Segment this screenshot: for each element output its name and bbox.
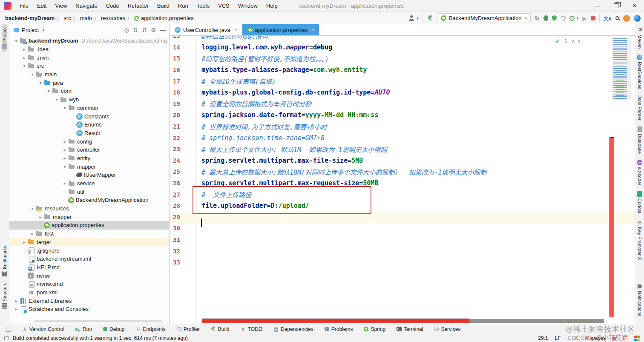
close-button[interactable]: ✕ xyxy=(625,0,644,12)
toolwindow-endpoints[interactable]: ∷Endpoints xyxy=(135,326,165,332)
coverage-button[interactable] xyxy=(552,15,557,21)
code-line-21[interactable]: 21# 世界标准时间,为了方式时差,需要+8小时 xyxy=(170,121,635,132)
locate-file-button[interactable]: ◎ xyxy=(124,27,129,33)
tree-item-iusermapper[interactable]: IUserMapper xyxy=(9,171,169,179)
menu-item-build[interactable]: Build xyxy=(153,1,173,11)
menu-item-refactor[interactable]: Refactor xyxy=(124,1,152,11)
toolwindow-services[interactable]: ▶Services xyxy=(434,326,460,332)
stripe-item-project[interactable]: Project xyxy=(2,24,7,52)
stripe-item-codota[interactable]: Codota xyxy=(637,188,642,216)
search-everywhere-button[interactable] xyxy=(615,16,619,20)
chevron-expanded-icon[interactable]: ▾ xyxy=(61,164,68,169)
tree-item-util[interactable]: util xyxy=(9,187,169,196)
rerun-button[interactable]: ↻ xyxy=(535,15,540,21)
plugin-sphere-button[interactable] xyxy=(634,15,641,22)
breadcrumb-item[interactable]: resources xyxy=(101,15,125,21)
tool-window-switcher-icon[interactable] xyxy=(6,327,11,332)
tree-item-backendmydreamapplication[interactable]: BackendMyDreamApplication xyxy=(9,196,169,204)
chevron-collapsed-icon[interactable]: ▸ xyxy=(61,156,68,161)
code-line-15[interactable]: 15#简写包的路径(暂时不好使,不知道为啥。。。) xyxy=(170,53,635,64)
menu-item-window[interactable]: Window xyxy=(234,1,262,11)
chevron-collapsed-icon[interactable]: ▸ xyxy=(13,299,20,303)
tree-item-target[interactable]: ▸target xyxy=(9,238,169,247)
code-line-16[interactable]: 16mybatis.type-aliases-package=com.wyh.e… xyxy=(170,64,635,76)
tree-item--gitignore[interactable]: .gitignore xyxy=(9,246,169,255)
tree-item-pom-xml[interactable]: pom.xml xyxy=(9,288,169,297)
breadcrumb-item[interactable]: backend-myDream xyxy=(5,15,55,21)
menu-item-navigate[interactable]: Navigate xyxy=(72,1,101,11)
stripe-item-aixcoder[interactable]: AiXaiXcoder xyxy=(637,157,642,188)
menu-item-view[interactable]: View xyxy=(51,1,71,11)
run-configuration-select[interactable]: BackendMyDreamApplication ▾ xyxy=(437,13,531,23)
chevron-expanded-icon[interactable]: ▾ xyxy=(29,72,36,77)
tree-item-config[interactable]: ▸config xyxy=(9,137,169,146)
tree-item-wyh[interactable]: ▾wyh xyxy=(9,95,169,104)
editor-content[interactable]: 13#开启日志打印sql语句14logging.level.com.wyh.ma… xyxy=(170,36,635,324)
tree-item-mvnw[interactable]: mvnw xyxy=(9,271,169,280)
tree-item-mapper[interactable]: ▾mapper xyxy=(9,162,169,171)
chevron-expanded-icon[interactable]: ▾ xyxy=(53,97,60,102)
tree-item-java[interactable]: ▾java xyxy=(9,78,169,87)
chevron-collapsed-icon[interactable]: ▸ xyxy=(13,307,20,311)
chevron-collapsed-icon[interactable]: ▸ xyxy=(29,231,36,236)
stripe-item-maven[interactable]: mMaven xyxy=(637,24,642,52)
code-minimap[interactable] xyxy=(612,37,631,100)
menu-item-run[interactable]: Run xyxy=(174,1,192,11)
editor-horizontal-scrollbar[interactable] xyxy=(469,319,604,323)
tree-item--idea[interactable]: ▸.idea xyxy=(9,45,169,54)
chevron-collapsed-icon[interactable]: ▸ xyxy=(21,240,28,244)
menu-item-code[interactable]: Code xyxy=(102,1,123,11)
stripe-item-structure[interactable]: Structure xyxy=(2,279,7,312)
chevron-expanded-icon[interactable]: ▾ xyxy=(21,63,28,68)
inspection-widget[interactable]: ✓ 1 ∧∨ xyxy=(555,38,584,44)
tree-item-application-properties[interactable]: application.properties xyxy=(9,221,169,230)
toolwindow-spring[interactable]: Spring xyxy=(364,326,385,332)
stripe-item-notifications[interactable]: Notifications xyxy=(637,281,642,319)
chevron-expanded-icon[interactable]: ▾ xyxy=(61,106,68,110)
chevron-collapsed-icon[interactable]: ▸ xyxy=(61,181,68,186)
hide-panel-button[interactable]: — xyxy=(160,27,166,33)
breadcrumb-item[interactable]: application.properties xyxy=(134,15,194,21)
minimize-button[interactable]: — xyxy=(588,0,607,12)
update-notification-button[interactable]: ↑ xyxy=(623,15,630,22)
tree-item-backend-mydream[interactable]: ▾backend-myDreamD:\Tools\JavaWorkSpace\b… xyxy=(9,37,169,45)
code-line-24[interactable]: 24spring.servlet.multipart.max-file-size… xyxy=(170,155,635,167)
chevron-collapsed-icon[interactable]: ▸ xyxy=(21,47,28,52)
toolwindow-run[interactable]: ▶Run xyxy=(75,326,92,332)
build-hammer-button[interactable] xyxy=(427,15,433,21)
breadcrumb-item[interactable]: src xyxy=(63,15,71,21)
project-view-selector[interactable]: Project ▾ xyxy=(14,27,44,33)
tree-item-controller[interactable]: ▸controller xyxy=(9,146,169,154)
code-line-25[interactable]: 25# 最大总上传的数据大小:默认10M(对同时上传多个文件大小的限制） 如果改… xyxy=(170,166,635,178)
code-line-30[interactable]: 30 xyxy=(170,223,635,234)
chevron-expanded-icon[interactable]: ▾ xyxy=(13,38,20,43)
menu-item-vcs[interactable]: VCS xyxy=(214,1,233,11)
code-line-20[interactable]: 20spring.jackson.date-format=yyyy-MM-dd … xyxy=(170,109,635,121)
stripe-item-json-parser[interactable]: Json Parser xyxy=(637,92,642,124)
debug-button[interactable] xyxy=(543,15,548,21)
menu-item-tools[interactable]: Tools xyxy=(193,1,213,11)
toolwindow-build[interactable]: Build xyxy=(211,326,230,332)
collapse-all-button[interactable]: ⇵ xyxy=(142,27,147,33)
tree-item-mapper[interactable]: ▸mapper xyxy=(9,213,169,221)
stripe-item-key-promoter-x[interactable]: ✻Key Promoter X xyxy=(637,217,642,263)
project-horizontal-scrollbar[interactable] xyxy=(34,320,162,322)
tree-item-constants[interactable]: Constants xyxy=(9,112,169,121)
menu-item-edit[interactable]: Edit xyxy=(33,1,50,11)
tree-item-service[interactable]: ▸service xyxy=(9,179,169,188)
chevron-collapsed-icon[interactable]: ▸ xyxy=(61,139,68,144)
toolwindow-todo[interactable]: ≡TODO xyxy=(241,326,262,332)
stop-button[interactable] xyxy=(591,16,595,20)
chevron-collapsed-icon[interactable]: ▸ xyxy=(37,215,44,219)
tree-item-external-libraries[interactable]: ▸External Libraries xyxy=(9,296,169,305)
run-with-history-button[interactable]: ▾ xyxy=(569,16,579,21)
tree-item-scratches-and-consoles[interactable]: ▸Scratches and Consoles xyxy=(9,305,169,313)
menu-item-file[interactable]: File xyxy=(16,1,32,11)
status-29-1[interactable]: 29:1 xyxy=(538,335,548,341)
stripe-item-bookmarks[interactable]: Bookmarks xyxy=(2,243,7,279)
code-line-31[interactable]: 31 xyxy=(170,234,635,246)
code-line-23[interactable]: 23# 最大上传单个文件大小: 默认1M 如果改为-1说明无大小限制 xyxy=(170,144,635,155)
toolwindow-terminal[interactable]: >Terminal xyxy=(397,326,423,332)
profile-button[interactable]: ▾ xyxy=(408,15,419,21)
restore-button[interactable] xyxy=(607,0,625,12)
